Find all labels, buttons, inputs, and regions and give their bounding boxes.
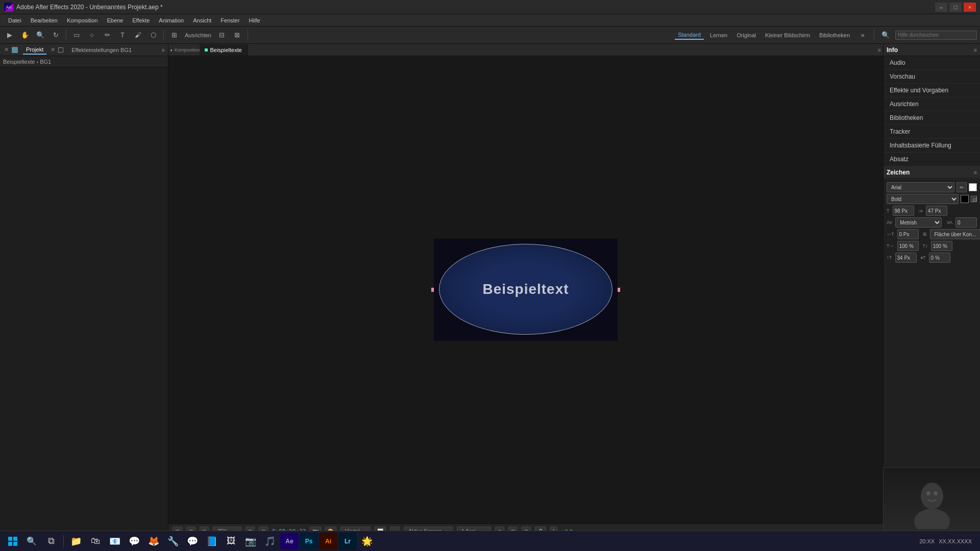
close-button[interactable]: × <box>964 3 976 12</box>
minimize-button[interactable]: – <box>935 3 947 12</box>
workspace-bibliotheken[interactable]: Bibliotheken <box>816 31 853 39</box>
char-stroke2-color[interactable] <box>971 196 977 202</box>
left-panel: ✕ Projekt ✕ Effekteinstellungen BG1 ≡ Be… <box>0 44 168 539</box>
menu-bearbeiten[interactable]: Bearbeiten <box>27 16 62 24</box>
workspace-original[interactable]: Original <box>733 31 759 39</box>
menu-komposition[interactable]: Komposition <box>63 16 102 24</box>
toolbar-select-tool[interactable]: ▶ <box>3 29 16 42</box>
taskbar-aftereffects[interactable]: Ae <box>280 533 299 550</box>
char-vscale-input[interactable] <box>931 241 952 251</box>
char-skew-input[interactable] <box>929 253 950 263</box>
menu-hilfe[interactable]: Hilfe <box>245 16 264 24</box>
char-hscale-input[interactable] <box>897 241 919 251</box>
taskbar-camera[interactable]: 📷 <box>241 533 260 550</box>
webcam-face-display <box>884 468 980 539</box>
toolbar-rect-tool[interactable]: ▭ <box>70 29 83 42</box>
workspace-overflow[interactable]: » <box>856 29 869 42</box>
char-stroke-color[interactable] <box>961 195 969 203</box>
right-panel-bibliotheken[interactable]: Bibliotheken <box>884 111 980 125</box>
toolbar-pen-tool[interactable]: ✏ <box>101 29 114 42</box>
char-leading-input[interactable] <box>926 206 947 216</box>
char-fill-color[interactable] <box>969 183 977 191</box>
taskbar-whatsapp[interactable]: 💬 <box>125 533 143 550</box>
toolbar-rotate-tool[interactable]: ↻ <box>49 29 62 42</box>
toolbar-ellipse-tool[interactable]: ○ <box>85 29 99 42</box>
tab-projekt[interactable]: Projekt <box>23 45 46 55</box>
taskbar-file-explorer[interactable]: 📁 <box>67 533 85 550</box>
projekt-close[interactable]: ✕ <box>51 46 55 53</box>
taskbar-search[interactable]: 🔍 <box>22 533 41 550</box>
taskbar-time: 20:XX <box>919 538 935 544</box>
toolbar-stamp-tool[interactable]: ⬡ <box>146 29 160 42</box>
char-size-input[interactable] <box>893 206 914 216</box>
comp-background: Beispieltext <box>434 239 618 341</box>
taskbar-illustrator[interactable]: Ai <box>319 533 337 550</box>
taskbar-start-button[interactable] <box>4 533 21 550</box>
right-panel-ausrichten[interactable]: Ausrichten <box>884 97 980 111</box>
char-font-select[interactable]: Arial <box>887 182 954 192</box>
comp-tabbar-menu[interactable]: ≡ <box>878 47 881 53</box>
taskbar-photoshop[interactable]: Ps <box>300 533 318 550</box>
center-area: ▪ Komposition Beispieltexte ≡ Beispielte… <box>168 44 883 539</box>
char-tscale-v-icon: T↕ <box>923 243 928 248</box>
project-panel-close[interactable]: ✕ <box>4 46 9 53</box>
tab-effekteinstellungen[interactable]: Effekteinstellungen BG1 <box>68 46 135 54</box>
char-font-pencil[interactable]: ✏ <box>957 182 967 192</box>
project-content <box>0 67 168 539</box>
toolbar-text-tool[interactable]: T <box>116 29 129 42</box>
right-panel-inhaltsbasiert[interactable]: Inhaltsbasierte Füllung <box>884 139 980 153</box>
taskbar-facebook[interactable]: 📘 <box>203 533 221 550</box>
menu-ansicht[interactable]: Ansicht <box>189 16 215 24</box>
zeichen-menu[interactable]: ≡ <box>974 169 977 176</box>
menu-ebene[interactable]: Ebene <box>103 16 127 24</box>
taskbar-store[interactable]: 🛍 <box>86 533 105 550</box>
comp-tab-beispieltexte[interactable]: Beispieltexte <box>200 44 247 56</box>
toolbar-hand-tool[interactable]: ✋ <box>18 29 32 42</box>
right-panel-vorschau[interactable]: Vorschau <box>884 70 980 84</box>
char-tracking-input[interactable] <box>955 217 977 228</box>
svg-rect-4 <box>8 537 12 541</box>
menu-fenster[interactable]: Fenster <box>216 16 243 24</box>
menu-effekte[interactable]: Effekte <box>128 16 154 24</box>
comp-icon: ▪ <box>170 47 173 53</box>
taskbar-music[interactable]: 🎵 <box>261 533 279 550</box>
taskbar-messenger[interactable]: 💬 <box>183 533 202 550</box>
toolbar-search-input[interactable] <box>895 31 977 40</box>
toolbar-zoom-tool[interactable]: 🔍 <box>34 29 47 42</box>
right-panel-menu[interactable]: ≡ <box>974 47 977 53</box>
workspace-standard[interactable]: Standard <box>675 31 704 40</box>
toolbar-paint-tool[interactable]: 🖌 <box>131 29 144 42</box>
menu-animation[interactable]: Animation <box>155 16 188 24</box>
toolbar-search-btn[interactable]: 🔍 <box>879 29 892 42</box>
char-style-row: Bold <box>887 194 977 204</box>
char-indent-input[interactable] <box>897 229 919 239</box>
char-size-row: T ↕A <box>887 206 977 216</box>
taskbar-photos[interactable]: 🖼 <box>222 533 240 550</box>
toolbar-camera[interactable]: ⊠ <box>231 29 244 42</box>
workspace-lernen[interactable]: Lernen <box>707 31 730 39</box>
toolbar-align[interactable]: ⊞ <box>167 29 181 42</box>
toolbar-snap[interactable]: ⊟ <box>215 29 229 42</box>
workspace-kleiner[interactable]: Kleiner Bildschirm <box>762 31 813 39</box>
char-baseline-input[interactable] <box>895 253 917 263</box>
left-panel-menu[interactable]: ≡ <box>162 47 165 53</box>
taskbar-misc[interactable]: 🌟 <box>358 533 376 550</box>
toolbar-sep3 <box>248 30 248 41</box>
taskbar-task-view[interactable]: ⧉ <box>42 533 60 550</box>
char-style-select[interactable]: Bold <box>887 194 959 204</box>
right-panel-audio[interactable]: Audio <box>884 56 980 70</box>
char-hscale-icon: ↔T <box>887 232 894 237</box>
right-panel-absatz[interactable]: Absatz <box>884 153 980 166</box>
menu-datei[interactable]: Datei <box>4 16 26 24</box>
maximize-button[interactable]: □ <box>949 3 962 12</box>
taskbar-firefox[interactable]: 🦊 <box>144 533 163 550</box>
char-kerning-select[interactable]: Metrish <box>895 217 941 228</box>
char-fill-type-select[interactable]: Fläche über Kon... <box>930 229 981 239</box>
right-panel-effekte[interactable]: Effekte und Vorgaben <box>884 84 980 97</box>
svg-point-1 <box>914 509 950 529</box>
taskbar-lightroom[interactable]: Lr <box>338 533 357 550</box>
taskbar-mail[interactable]: 📧 <box>106 533 124 550</box>
right-panel-tracker[interactable]: Tracker <box>884 125 980 139</box>
taskbar-tool1[interactable]: 🔧 <box>164 533 182 550</box>
char-scale-row: ↔T ⊞ Fläche über Kon... <box>887 229 977 239</box>
